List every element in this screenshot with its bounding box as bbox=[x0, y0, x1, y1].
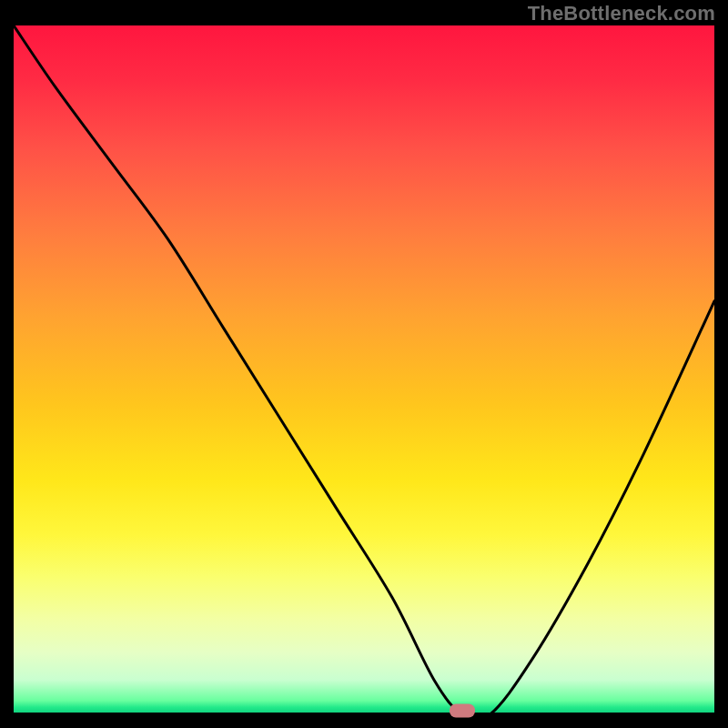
chart-container: TheBottleneck.com bbox=[0, 0, 728, 728]
min-marker bbox=[450, 704, 475, 718]
watermark-text: TheBottleneck.com bbox=[528, 2, 715, 25]
curve-path bbox=[14, 25, 714, 714]
bottleneck-curve bbox=[14, 25, 714, 714]
plot-area bbox=[14, 25, 714, 714]
